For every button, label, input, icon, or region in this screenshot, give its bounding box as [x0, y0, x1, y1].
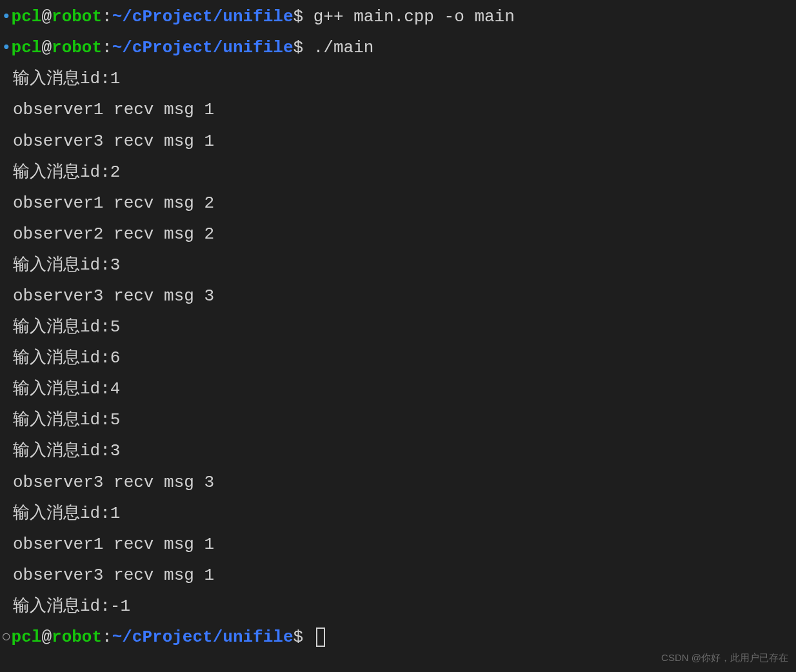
cursor-icon [316, 628, 325, 647]
output-line: observer3 recv msg 3 [0, 467, 796, 498]
output-line: observer3 recv msg 3 [0, 281, 796, 311]
output-line: 输入消息id:-1 [0, 591, 796, 622]
output-line: 输入消息id:1 [0, 498, 796, 529]
prompt-path: ~/cProject/unifile [112, 7, 294, 26]
bullet-hollow-icon: ○ [1, 622, 12, 653]
output-line: observer2 recv msg 2 [0, 219, 796, 250]
prompt-line-0: •pcl@robot:~/cProject/unifile$ g++ main.… [0, 1, 796, 32]
prompt-dollar: $ [294, 38, 313, 57]
output-line: observer1 recv msg 1 [0, 529, 796, 560]
output-line: 输入消息id:6 [0, 342, 796, 373]
output-line: 输入消息id:5 [0, 404, 796, 435]
prompt-path: ~/cProject/unifile [112, 38, 294, 57]
prompt-colon: : [102, 628, 112, 647]
output-line: 输入消息id:3 [0, 435, 796, 466]
terminal-window[interactable]: •pcl@robot:~/cProject/unifile$ g++ main.… [0, 1, 796, 653]
output-line: 输入消息id:5 [0, 311, 796, 342]
prompt-user: pcl [12, 628, 42, 647]
output-line: 输入消息id:2 [0, 157, 796, 188]
prompt-command: g++ main.cpp -o main [313, 7, 515, 26]
prompt-dollar: $ [294, 7, 313, 26]
prompt-colon: : [102, 7, 112, 26]
prompt-path: ~/cProject/unifile [112, 628, 294, 647]
prompt-at: @ [41, 38, 52, 57]
prompt-host: robot [52, 38, 102, 57]
output-line: observer1 recv msg 1 [0, 94, 796, 125]
prompt-command: ./main [313, 38, 374, 57]
prompt-line-1: •pcl@robot:~/cProject/unifile$ ./main [0, 32, 796, 63]
prompt-user: pcl [12, 7, 42, 26]
prompt-user: pcl [12, 38, 42, 57]
output-line: 输入消息id:3 [0, 250, 796, 281]
prompt-host: robot [52, 7, 102, 26]
output-line: 输入消息id:4 [0, 373, 796, 404]
watermark-text: CSDN @你好，此用户已存在 [661, 649, 788, 667]
prompt-dollar: $ [294, 628, 313, 647]
prompt-at: @ [41, 628, 52, 647]
prompt-colon: : [102, 38, 112, 57]
output-line: observer3 recv msg 1 [0, 126, 796, 157]
prompt-at: @ [41, 7, 52, 26]
bullet-icon: • [1, 32, 12, 63]
output-line: 输入消息id:1 [0, 63, 796, 94]
prompt-host: robot [52, 628, 102, 647]
output-line: observer1 recv msg 2 [0, 188, 796, 219]
prompt-line-final[interactable]: ○pcl@robot:~/cProject/unifile$ [0, 622, 796, 653]
bullet-icon: • [1, 1, 12, 32]
output-line: observer3 recv msg 1 [0, 560, 796, 591]
